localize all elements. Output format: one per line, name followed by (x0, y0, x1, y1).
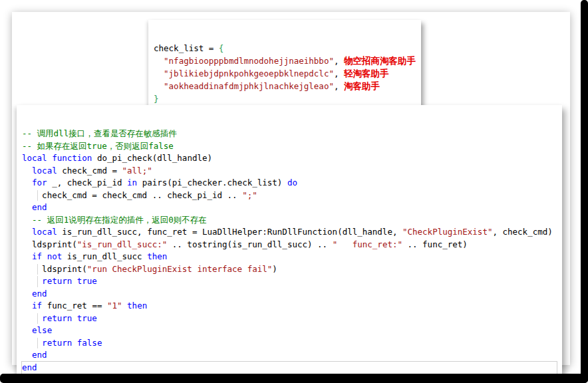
code-token-string: "1" (107, 301, 122, 311)
code-token-plain (122, 301, 128, 311)
code-token-keyword: return (42, 313, 72, 323)
code-token-string: "all;" (122, 166, 152, 176)
code-token-keyword: then (147, 251, 167, 261)
code-token-keyword: local (32, 227, 57, 237)
code-token-string: "is_run_dll_succ:" (77, 239, 167, 249)
code-line: "aokheaddinafdmjphkjlnachkejgleao", 淘客助手 (154, 80, 416, 92)
code-token-string: "jblikiebjdpnkpohkgeoepbklnepdclc" (164, 68, 334, 78)
code-token-keyword: end (32, 202, 47, 212)
code-token-plain (22, 276, 42, 286)
code-line: check_list = { (154, 42, 416, 55)
code-token-plain (22, 251, 32, 261)
code-token-plain (22, 289, 32, 299)
code-token-plain (22, 301, 32, 311)
snippet-code: check_list = { "nfagbioopppbmdlmnodohejj… (154, 42, 416, 105)
indent-guide (37, 313, 38, 324)
code-token-plain (154, 81, 164, 91)
code-token-string: ";" (242, 190, 257, 200)
code-token-keyword: true (77, 276, 97, 286)
code-token-plain: func_ret == (42, 301, 107, 311)
code-token-plain (22, 313, 42, 323)
code-token-plain (72, 338, 77, 348)
code-token-plain: check_cmd = (57, 166, 122, 176)
code-token-comment: -- 调用dll接口，查看是否存在敏感插件 (22, 128, 177, 138)
code-token-plain (22, 325, 32, 335)
indent-guide (37, 338, 38, 349)
code-line: end (22, 201, 557, 214)
code-token-keyword: end (22, 362, 37, 372)
code-token-plain: .. func_ret) (402, 239, 468, 249)
code-token-plain: .. tostring(is_run_dll_succ) .. (167, 239, 332, 249)
code-token-plain (22, 166, 32, 176)
code-token-keyword: end (32, 289, 47, 299)
code-token-keyword: in (127, 178, 137, 188)
code-token-plain (22, 338, 42, 348)
code-line: local function do_pi_check(dll_handle) (22, 152, 557, 165)
code-token-comment: -- 如果存在返回true，否则返回false (22, 141, 174, 151)
code-token-plain (22, 227, 32, 237)
code-token-annotation: 物空招商淘客助手 (344, 55, 416, 66)
code-token-plain: check_list = (154, 43, 219, 53)
code-token-brace: { (219, 43, 224, 53)
code-token-plain (42, 251, 47, 261)
code-token-string: "nfagbioopppbmdlmnodohejjnaeihbbo" (164, 56, 334, 66)
code-line: return true (22, 313, 557, 325)
code-token-plain: , (334, 56, 344, 66)
code-token-plain (72, 276, 77, 286)
code-token-plain (154, 56, 164, 66)
code-token-plain (22, 202, 32, 212)
code-token-string: " func_ret:" (333, 239, 402, 249)
code-token-comment: -- 返回1说明存在指定的插件，返回0则不存在 (32, 215, 207, 225)
code-line: if func_ret == "1" then (22, 300, 557, 313)
code-token-keyword: return (42, 276, 72, 286)
code-token-keyword: do (287, 178, 297, 188)
code-line: else (22, 324, 557, 337)
indent-guide (37, 190, 38, 201)
indent-guide (37, 264, 38, 275)
code-token-keyword: not (47, 251, 63, 261)
code-line: end (22, 362, 557, 374)
code-token-plain (22, 215, 32, 225)
code-line: end (22, 349, 557, 362)
code-line: local check_cmd = "all;" (22, 165, 557, 178)
code-line: "nfagbioopppbmdlmnodohejjnaeihbbo", 物空招商… (154, 55, 416, 67)
code-token-annotation: 淘客助手 (344, 80, 380, 91)
code-line: -- 如果存在返回true，否则返回false (22, 140, 557, 153)
code-token-keyword: for (32, 178, 47, 188)
code-token-keyword: local (32, 166, 57, 176)
code-token-plain: , check_cmd) (492, 227, 552, 237)
code-line: return true (22, 275, 557, 288)
code-token-keyword: then (127, 301, 147, 311)
code-token-plain: ) (272, 264, 277, 274)
code-line: } (154, 92, 416, 105)
code-token-plain: , (334, 68, 344, 78)
code-token-annotation: 轻淘客助手 (344, 68, 389, 78)
code-line: check_cmd = check_cmd .. check_pi_id .. … (22, 190, 557, 202)
code-token-plain: check_cmd = check_cmd .. check_pi_id .. (22, 190, 242, 200)
main-code: -- 调用dll接口，查看是否存在敏感插件-- 如果存在返回true，否则返回f… (22, 128, 557, 374)
code-line: ldsprint("run CheckPluginExist interface… (22, 263, 557, 276)
document-page: check_list = { "nfagbioopppbmdlmnodohejj… (12, 12, 570, 365)
code-panel: -- 调用dll接口，查看是否存在敏感插件-- 如果存在返回true，否则返回f… (17, 105, 562, 383)
indent-guide (37, 276, 38, 287)
code-token-plain: is_run_dll_succ, func_ret = LuaDllHelper… (57, 227, 402, 237)
code-line: "jblikiebjdpnkpohkgeoepbklnepdclc", 轻淘客助… (154, 67, 416, 80)
code-token-plain (22, 350, 32, 360)
screen-edge-right (581, 0, 588, 383)
code-token-plain (154, 68, 164, 78)
code-token-string: "run CheckPluginExist interface fail" (87, 264, 272, 274)
code-token-keyword: true (77, 313, 97, 323)
code-line: for _, check_pi_id in pairs(pi_checker.c… (22, 177, 557, 190)
code-token-keyword: return (42, 338, 72, 348)
code-line: end (22, 288, 557, 301)
code-token-keyword: end (32, 350, 47, 360)
code-line: return false (22, 337, 557, 350)
code-token-brace: } (154, 94, 159, 104)
code-line: -- 返回1说明存在指定的插件，返回0则不存在 (22, 214, 557, 227)
code-token-string: "CheckPluginExist" (402, 227, 492, 237)
code-token-keyword: local (22, 153, 47, 163)
code-token-plain: , (334, 81, 344, 91)
code-token-keyword: false (77, 338, 102, 348)
code-token-plain: do_pi_check(dll_handle) (92, 153, 212, 163)
code-token-keyword: if (32, 301, 42, 311)
